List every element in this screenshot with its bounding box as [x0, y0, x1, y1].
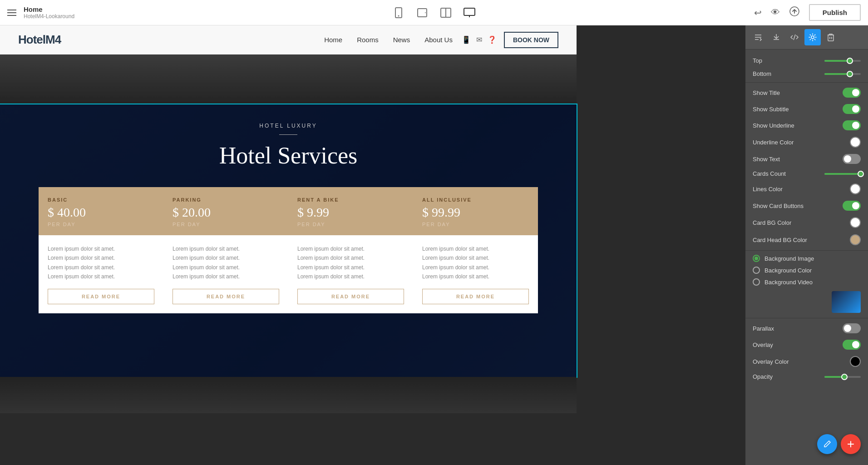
- card-basic-price: $ 40.00: [48, 205, 154, 220]
- hamburger-button[interactable]: [7, 10, 16, 16]
- lines-color-label: Lines Color: [753, 186, 846, 193]
- background-image-radio[interactable]: [753, 255, 760, 262]
- card-allinclusive-line1: Lorem ipsum dolor sit amet.: [422, 244, 529, 253]
- background-color-label: Background Color: [764, 267, 812, 274]
- bottom-slider[interactable]: [824, 73, 861, 75]
- services-section: HOTEL LUXURY Hotel Services BASIC $ 40.0…: [0, 104, 577, 377]
- card-basic-line4: Lorem ipsum dolor sit amet.: [48, 272, 154, 281]
- setting-underline-color: Underline Color: [745, 134, 868, 151]
- overlay-color-label: Overlay Color: [753, 358, 846, 365]
- split-view-icon[interactable]: [439, 6, 452, 19]
- show-card-buttons-label: Show Card Buttons: [753, 203, 839, 209]
- opacity-label: Opacity: [753, 373, 821, 380]
- upload-button[interactable]: [789, 6, 800, 19]
- card-basic-readmore-button[interactable]: READ MORE: [48, 289, 154, 304]
- card-basic-body: Lorem ipsum dolor sit amet. Lorem ipsum …: [39, 235, 163, 289]
- show-underline-toggle[interactable]: [843, 120, 861, 130]
- setting-overlay-color: Overlay Color: [745, 353, 868, 370]
- svg-line-14: [794, 35, 795, 40]
- show-title-toggle[interactable]: [843, 88, 861, 98]
- show-text-toggle[interactable]: [843, 154, 861, 164]
- card-basic-category: BASIC: [48, 197, 154, 203]
- book-now-button[interactable]: BOOK NOW: [504, 32, 558, 48]
- panel-sort-button[interactable]: [750, 29, 766, 45]
- site-logo: HotelM4: [18, 33, 61, 47]
- opacity-slider[interactable]: [824, 376, 861, 378]
- svg-point-1: [398, 15, 399, 16]
- device-icons-group: [392, 6, 476, 19]
- panel-code-button[interactable]: [786, 29, 803, 45]
- phone-icon[interactable]: 📱: [462, 35, 471, 44]
- card-bg-color-label: Card BG Color: [753, 219, 846, 226]
- nav-link-about[interactable]: About Us: [424, 36, 453, 44]
- background-video-radio[interactable]: [753, 278, 760, 286]
- show-card-buttons-toggle[interactable]: [843, 201, 861, 211]
- site-subtitle: HotelM4-Lookaround: [24, 13, 74, 20]
- parallax-toggle[interactable]: [843, 323, 861, 333]
- card-allinclusive-line3: Lorem ipsum dolor sit amet.: [422, 263, 529, 272]
- bg-image-thumbnail[interactable]: [832, 291, 861, 313]
- background-color-radio[interactable]: [753, 267, 760, 274]
- underline-color-picker[interactable]: [850, 137, 861, 148]
- setting-cards-count: Cards Count: [745, 167, 868, 180]
- panel-delete-button[interactable]: [823, 29, 839, 45]
- services-label: HOTEL LUXURY: [18, 123, 558, 129]
- tablet-icon[interactable]: [416, 6, 429, 19]
- card-allinclusive-body: Lorem ipsum dolor sit amet. Lorem ipsum …: [413, 235, 538, 289]
- nav-link-home[interactable]: Home: [324, 36, 342, 44]
- bottom-section-partial: [0, 377, 577, 413]
- add-fab-button[interactable]: +: [841, 434, 861, 454]
- overlay-color-picker[interactable]: [850, 356, 861, 367]
- cards-grid: BASIC $ 40.00 PER DAY Lorem ipsum dolor …: [39, 187, 538, 313]
- card-parking: PARKING $ 20.00 PER DAY Lorem ipsum dolo…: [163, 187, 288, 313]
- background-image-label: Background Image: [764, 255, 814, 262]
- card-parking-readmore-button[interactable]: READ MORE: [173, 289, 279, 304]
- overlay-toggle[interactable]: [843, 340, 861, 350]
- right-panel: Top Bottom Show Title: [745, 25, 868, 465]
- card-head-bg-color-picker[interactable]: [850, 234, 861, 245]
- card-bike-head: RENT A BIKE $ 9.99 PER DAY: [288, 187, 413, 235]
- setting-background-image: Background Image: [745, 252, 868, 264]
- card-parking-line1: Lorem ipsum dolor sit amet.: [173, 244, 279, 253]
- card-allinclusive-head: ALL INCLUSIVE $ 99.99 PER DAY: [413, 187, 538, 235]
- top-right-actions: ↩ 👁 Publish: [754, 4, 861, 21]
- card-bg-color-picker[interactable]: [850, 217, 861, 228]
- card-parking-head: PARKING $ 20.00 PER DAY: [163, 187, 288, 235]
- preview-button[interactable]: 👁: [771, 7, 780, 18]
- setting-show-card-buttons: Show Card Buttons: [745, 198, 868, 214]
- parallax-label: Parallax: [753, 325, 839, 332]
- top-slider[interactable]: [824, 60, 861, 62]
- lines-color-picker[interactable]: [850, 183, 861, 194]
- show-title-label: Show Title: [753, 89, 839, 96]
- desktop-icon[interactable]: [463, 6, 476, 19]
- undo-button[interactable]: ↩: [754, 7, 762, 18]
- cards-count-slider[interactable]: [824, 173, 861, 175]
- panel-download-button[interactable]: [768, 29, 784, 45]
- hero-image-top: [0, 54, 577, 104]
- card-bike-price: $ 9.99: [297, 205, 404, 220]
- email-icon[interactable]: ✉: [476, 35, 482, 44]
- nav-link-rooms[interactable]: Rooms: [357, 36, 379, 44]
- nav-link-news[interactable]: News: [393, 36, 410, 44]
- underline-color-label: Underline Color: [753, 139, 846, 146]
- show-text-label: Show Text: [753, 156, 839, 163]
- edit-fab-button[interactable]: [817, 434, 837, 454]
- setting-top: Top: [745, 54, 868, 67]
- services-title: Hotel Services: [18, 142, 558, 169]
- card-bike-readmore-button[interactable]: READ MORE: [297, 289, 404, 304]
- mobile-icon[interactable]: [392, 6, 405, 19]
- card-basic-head: BASIC $ 40.00 PER DAY: [39, 187, 163, 235]
- card-allinclusive-line4: Lorem ipsum dolor sit amet.: [422, 272, 529, 281]
- setting-show-underline: Show Underline: [745, 117, 868, 134]
- publish-button[interactable]: Publish: [809, 4, 861, 21]
- card-allinclusive-readmore-button[interactable]: READ MORE: [422, 289, 529, 304]
- setting-lines-color: Lines Color: [745, 180, 868, 198]
- card-bike-category: RENT A BIKE: [297, 197, 404, 203]
- show-subtitle-toggle[interactable]: [843, 104, 861, 114]
- help-icon[interactable]: ❓: [488, 35, 497, 44]
- panel-settings-button[interactable]: [804, 29, 821, 45]
- setting-background-color: Background Color: [745, 264, 868, 276]
- card-basic-footer: READ MORE: [39, 289, 163, 313]
- setting-show-title: Show Title: [745, 84, 868, 101]
- card-basic-line1: Lorem ipsum dolor sit amet.: [48, 244, 154, 253]
